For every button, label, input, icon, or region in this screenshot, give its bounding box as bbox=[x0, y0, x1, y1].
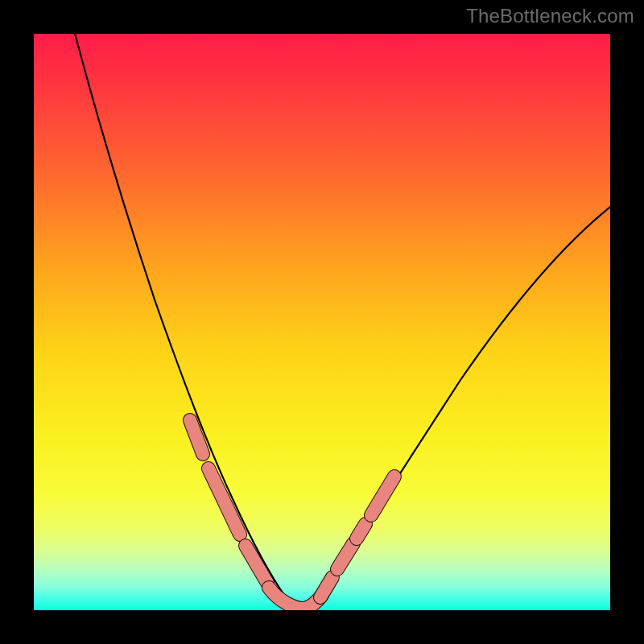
chart-svg bbox=[34, 34, 610, 610]
left-curve bbox=[74, 34, 286, 597]
chart-plot-area bbox=[34, 34, 610, 610]
pink-segments-right bbox=[320, 477, 394, 597]
pink-segments-left bbox=[190, 420, 267, 583]
watermark-text: TheBottleneck.com bbox=[466, 5, 634, 27]
right-curve bbox=[265, 207, 610, 609]
